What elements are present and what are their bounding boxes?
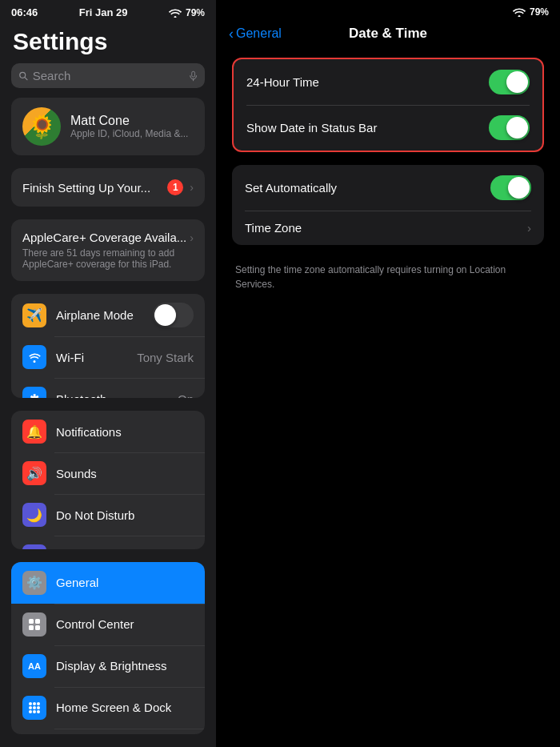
svg-point-13 xyxy=(37,706,40,709)
panel-battery: 79% xyxy=(530,6,549,18)
battery-pct: 79% xyxy=(186,7,205,18)
applecare-label: AppleCare+ Coverage Availa... xyxy=(22,231,186,244)
timezone-chevron: › xyxy=(527,221,531,235)
main-panel: 79% ‹ General Date & Time 24-Hour Time S… xyxy=(216,0,560,747)
wifi-sidebar-icon xyxy=(22,345,46,369)
finish-setup-badge: 1 xyxy=(167,179,183,195)
sidebar-item-donotdisturb[interactable]: 🌙 Do Not Disturb xyxy=(11,494,205,536)
svg-rect-6 xyxy=(29,625,34,630)
notifications-icon: 🔔 xyxy=(22,420,46,444)
24hour-item[interactable]: 24-Hour Time xyxy=(234,59,542,105)
airplane-icon: ✈️ xyxy=(22,303,46,327)
general-icon: ⚙️ xyxy=(22,571,46,595)
24hour-toggle[interactable] xyxy=(489,70,530,94)
sidebar: 06:46 Fri Jan 29 79% Settings 🌻 Matt Con… xyxy=(0,0,216,747)
wifi-icon xyxy=(169,8,182,18)
sidebar-item-controlcenter[interactable]: Control Center xyxy=(11,604,205,645)
controlcenter-label: Control Center xyxy=(56,617,194,631)
svg-point-16 xyxy=(37,710,40,713)
svg-rect-2 xyxy=(191,71,194,77)
time-group: 24-Hour Time Show Date in Status Bar xyxy=(232,58,544,152)
wifi-value: Tony Stark xyxy=(137,351,194,364)
chevron-right-icon: › xyxy=(190,181,194,194)
search-icon xyxy=(19,70,28,82)
screentime-icon: ⏱ xyxy=(22,544,46,548)
svg-rect-5 xyxy=(35,619,40,624)
svg-point-12 xyxy=(33,706,36,709)
sounds-icon: 🔊 xyxy=(22,461,46,485)
timezone-item[interactable]: Time Zone › xyxy=(232,211,544,245)
donotdisturb-icon: 🌙 xyxy=(22,503,46,527)
timezone-label: Time Zone xyxy=(245,221,302,235)
general-group: ⚙️ General Control Center AA Display & B… xyxy=(11,562,205,734)
back-label: General xyxy=(236,26,282,41)
sidebar-item-general[interactable]: ⚙️ General xyxy=(11,562,205,604)
profile-card[interactable]: 🌻 Matt Cone Apple ID, iCloud, Media &... xyxy=(11,98,205,155)
time: 06:46 xyxy=(11,6,38,18)
general-label: General xyxy=(56,576,194,589)
showdate-label: Show Date in Status Bar xyxy=(246,121,377,135)
controlcenter-icon xyxy=(22,612,46,637)
svg-point-11 xyxy=(29,706,32,709)
panel-status-bar: 79% xyxy=(216,0,560,21)
wifi-label: Wi-Fi xyxy=(56,351,127,364)
svg-line-1 xyxy=(25,77,27,79)
sidebar-item-screentime[interactable]: ⏱ Screen Time xyxy=(11,536,205,548)
showdate-item[interactable]: Show Date in Status Bar xyxy=(234,105,542,151)
displaybrightness-label: Display & Brightness xyxy=(56,659,194,673)
profile-info: Matt Cone Apple ID, iCloud, Media &... xyxy=(70,114,188,139)
date-label: Fri Jan 29 xyxy=(79,6,128,18)
sidebar-item-notifications[interactable]: 🔔 Notifications xyxy=(11,411,205,452)
sidebar-item-sounds[interactable]: 🔊 Sounds xyxy=(11,452,205,494)
sounds-label: Sounds xyxy=(56,467,194,480)
notifications-label: Notifications xyxy=(56,425,194,439)
sidebar-item-airplane[interactable]: ✈️ Airplane Mode xyxy=(11,294,205,336)
panel-content: 24-Hour Time Show Date in Status Bar Set… xyxy=(216,50,560,299)
timezone-footer: Setting the time zone automatically requ… xyxy=(232,258,544,291)
finish-setup[interactable]: Finish Setting Up Your... 1 › xyxy=(11,168,205,207)
applecare-sub: There are 51 days remaining to add Apple… xyxy=(22,247,194,270)
panel-title: Date & Time xyxy=(349,26,427,42)
back-button[interactable]: ‹ General xyxy=(229,26,282,42)
showdate-toggle[interactable] xyxy=(489,115,530,140)
homescreen-label: Home Screen & Dock xyxy=(56,701,194,714)
svg-point-8 xyxy=(29,702,32,705)
setauto-label: Set Automatically xyxy=(245,181,337,195)
timezone-group: Set Automatically Time Zone › xyxy=(232,165,544,245)
bluetooth-icon: ✱ xyxy=(22,387,46,398)
airplane-label: Airplane Mode xyxy=(56,308,143,322)
setauto-toggle[interactable] xyxy=(490,175,531,200)
sidebar-item-bluetooth[interactable]: ✱ Bluetooth On xyxy=(11,378,205,398)
sidebar-item-homescreen[interactable]: Home Screen & Dock xyxy=(11,687,205,729)
profile-sub: Apple ID, iCloud, Media &... xyxy=(70,128,188,139)
avatar: 🌻 xyxy=(22,107,61,146)
panel-nav: ‹ General Date & Time xyxy=(216,21,560,50)
notifications-group: 🔔 Notifications 🔊 Sounds 🌙 Do Not Distur… xyxy=(11,411,205,548)
mic-icon xyxy=(190,70,197,82)
settings-title: Settings xyxy=(0,22,216,63)
finish-setup-label: Finish Setting Up Your... xyxy=(22,181,150,195)
search-bar[interactable] xyxy=(11,63,205,88)
svg-point-10 xyxy=(37,702,40,705)
bluetooth-value: On xyxy=(178,392,194,399)
donotdisturb-label: Do Not Disturb xyxy=(56,508,194,522)
displaybrightness-icon: AA xyxy=(22,654,46,678)
applecare-card[interactable]: AppleCare+ Coverage Availa... › There ar… xyxy=(11,219,205,281)
sidebar-item-displaybrightness[interactable]: AA Display & Brightness xyxy=(11,645,205,687)
svg-point-14 xyxy=(29,710,32,713)
search-input[interactable] xyxy=(33,69,185,82)
airplane-toggle[interactable] xyxy=(153,303,194,327)
setauto-item[interactable]: Set Automatically xyxy=(232,165,544,211)
network-group: ✈️ Airplane Mode Wi-Fi Tony Stark ✱ Blue… xyxy=(11,294,205,398)
panel-wifi-icon xyxy=(513,7,526,17)
bluetooth-label: Bluetooth xyxy=(56,392,168,399)
svg-point-15 xyxy=(33,710,36,713)
back-chevron-icon: ‹ xyxy=(229,26,234,42)
sidebar-item-wifi[interactable]: Wi-Fi Tony Stark xyxy=(11,336,205,378)
sidebar-item-accessibility[interactable]: Accessibility xyxy=(11,729,205,734)
profile-name: Matt Cone xyxy=(70,114,188,128)
status-bar: 06:46 Fri Jan 29 79% xyxy=(0,0,216,22)
svg-rect-4 xyxy=(29,619,34,624)
applecare-chevron: › xyxy=(190,231,194,244)
24hour-label: 24-Hour Time xyxy=(246,75,319,89)
